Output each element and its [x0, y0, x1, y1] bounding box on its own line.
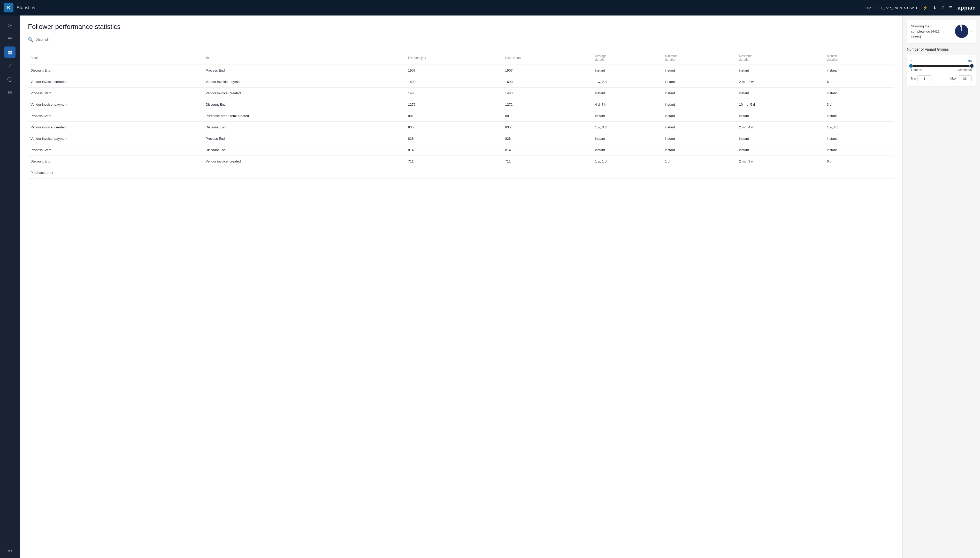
cell-avg: instant — [592, 65, 662, 76]
min-input[interactable] — [918, 75, 931, 82]
cell-min: instant — [663, 88, 737, 99]
cell-from: Vendor invoice: created — [28, 121, 203, 133]
cell-max: instant — [737, 144, 824, 156]
cell-min: 1 d — [663, 156, 737, 167]
sidebar-item-check[interactable]: ✓ — [4, 60, 15, 71]
cell-max: 2 mo, 3 w — [737, 156, 824, 167]
appian-logo: appian — [958, 5, 976, 11]
slider-thumb-left[interactable] — [909, 64, 913, 68]
cell-to: Purchase order item: created — [203, 110, 406, 121]
col-min-duration: Minimumduration — [663, 52, 737, 65]
sidebar-item-chart[interactable]: ▦ — [4, 46, 15, 58]
menu-icon[interactable]: ☰ — [949, 5, 953, 10]
page-title: Follower performance statistics — [28, 23, 894, 31]
sidebar-item-compass[interactable]: ◎ — [4, 20, 15, 31]
min-input-group: Min — [911, 75, 931, 82]
table-row: Vendor invoice: paymentProcess End828828… — [28, 133, 894, 144]
cell-case_count: 828 — [503, 133, 593, 144]
sidebar-item-lightbulb[interactable]: ◯ — [4, 73, 15, 85]
max-input[interactable] — [958, 75, 972, 82]
cell-case_count: 835 — [503, 121, 593, 133]
cell-avg: instant — [592, 144, 662, 156]
compass-icon: ◎ — [8, 23, 12, 28]
app-logo: K — [4, 3, 13, 12]
grid-icon: ⊞ — [8, 90, 12, 95]
lightbulb-icon: ◯ — [7, 76, 12, 82]
cell-avg — [592, 167, 662, 179]
cell-case_count: 814 — [503, 144, 593, 156]
table-row: Vendor invoice: createdVendor invoice: p… — [28, 76, 894, 88]
cell-min: instant — [663, 76, 737, 88]
cell-from: Vendor invoice: payment — [28, 133, 203, 144]
slider-right-label: Exceptional — [956, 68, 972, 72]
cell-max: instant — [737, 88, 824, 99]
file-name: 2021-11-11_P2P_EVENTS.CSV — [865, 6, 914, 10]
file-selector[interactable]: 2021-11-11_P2P_EVENTS.CSV ▾ — [865, 6, 918, 10]
cell-frequency: 814 — [406, 144, 503, 156]
cell-avg: instant — [592, 88, 662, 99]
header-right: 2021-11-11_P2P_EVENTS.CSV ▾ ⚡ ⬇ ? ☰ appi… — [865, 5, 976, 11]
cell-max: 10 mo, 5 d — [737, 99, 824, 110]
table-row: Process StartPurchase order item: create… — [28, 110, 894, 121]
cell-median: 1 w, 2 d — [824, 121, 894, 133]
table-row: Process StartVendor invoice: created1463… — [28, 88, 894, 99]
app-title: Statistics — [16, 5, 862, 11]
cell-median: instant — [824, 88, 894, 99]
stats-card-right: › — [955, 25, 972, 38]
download-icon[interactable]: ⬇ — [933, 5, 936, 10]
list-icon: ☰ — [8, 36, 12, 42]
slider-min-label: 1 — [911, 59, 913, 63]
slider-sublabels: General Exceptional — [911, 68, 972, 72]
cell-case_count: 881 — [503, 110, 593, 121]
cell-frequency: 1463 — [406, 88, 503, 99]
cell-min — [663, 167, 737, 179]
cell-to: Discount End — [203, 144, 406, 156]
cell-from: Process Start — [28, 88, 203, 99]
cell-median: instant — [824, 110, 894, 121]
cell-frequency: 1272 — [406, 99, 503, 110]
cell-to: Process End — [203, 65, 406, 76]
table-row: Vendor invoice: createdDiscount End83583… — [28, 121, 894, 133]
cell-to — [203, 167, 406, 179]
sort-arrow: ↓ — [424, 56, 426, 60]
cell-from: Vendor invoice: payment — [28, 99, 203, 110]
sidebar-item-list[interactable]: ☰ — [4, 33, 15, 44]
cell-from: Vendor invoice: created — [28, 76, 203, 88]
app-header: K Statistics 2021-11-11_P2P_EVENTS.CSV ▾… — [0, 0, 980, 15]
col-max-duration: Maximumduration — [737, 52, 824, 65]
max-input-group: Max — [950, 75, 972, 82]
filter-icon[interactable]: ⚡ — [922, 5, 928, 10]
sidebar: ◎ ☰ ▦ ✓ ◯ ⊞ ••• — [0, 15, 20, 558]
table-row: Discount EndProcess End19071907instantin… — [28, 65, 894, 76]
col-avg-duration: Averageduration — [592, 52, 662, 65]
main-content: Follower performance statistics 🔍 From T… — [20, 15, 903, 558]
cell-to: Discount End — [203, 99, 406, 110]
cell-min: instant — [663, 110, 737, 121]
stats-card-text: Showing the complete log (4422 cases) — [911, 24, 955, 39]
cell-from: Process Start — [28, 110, 203, 121]
search-bar: 🔍 — [28, 37, 894, 45]
search-input[interactable] — [36, 38, 894, 42]
help-icon[interactable]: ? — [942, 5, 944, 10]
cell-case_count: 711 — [503, 156, 593, 167]
cell-from: Purchase order — [28, 167, 203, 179]
sidebar-item-grid[interactable]: ⊞ — [4, 87, 15, 98]
cell-avg: instant — [592, 133, 662, 144]
stats-table: From To Frequency ↓ Case Count Averagedu… — [28, 52, 894, 179]
col-frequency[interactable]: Frequency ↓ — [406, 52, 503, 65]
slider-track[interactable] — [911, 65, 972, 67]
col-median-duration: Medianduration — [824, 52, 894, 65]
chevron-right-icon[interactable]: › — [970, 29, 972, 34]
variant-card: 1 36 General Exceptional Min Max — [907, 55, 976, 86]
slider-inputs: Min Max — [911, 75, 972, 82]
cell-to: Vendor invoice: created — [203, 88, 406, 99]
cell-frequency — [406, 167, 503, 179]
cell-to: Vendor invoice: payment — [203, 76, 406, 88]
sidebar-more[interactable]: ••• — [8, 548, 12, 554]
cell-min: instant — [663, 99, 737, 110]
cell-max: 2 mo, 2 w — [737, 76, 824, 88]
slider-thumb-right[interactable] — [969, 64, 974, 68]
right-panel: Showing the complete log (4422 cases) › … — [903, 15, 980, 558]
chevron-down-icon[interactable]: ▾ — [916, 6, 918, 10]
app-layout: ◎ ☰ ▦ ✓ ◯ ⊞ ••• Follower performance sta… — [0, 15, 980, 558]
